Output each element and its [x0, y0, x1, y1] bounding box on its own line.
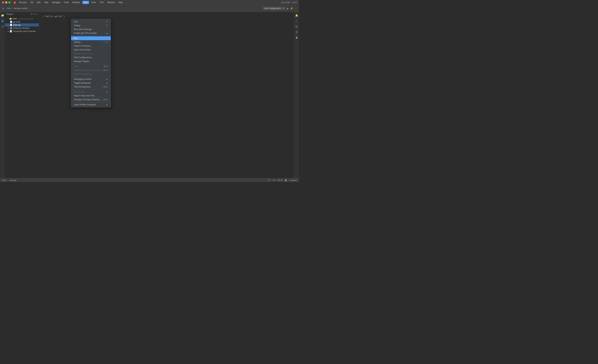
- status-line-ending[interactable]: LF: [273, 179, 275, 181]
- scratches-arrow: ▶: [8, 30, 9, 32]
- structure-icon[interactable]: ⚙: [0, 24, 5, 29]
- tree-item-external-libs[interactable]: ▶ 📚 External Libraries: [5, 26, 39, 30]
- menu-item-manage-targets[interactable]: Manage Targets...: [71, 59, 111, 63]
- menu-item-view-breakpoints[interactable]: View Breakpoints... ⇧⌘F8: [71, 85, 111, 89]
- test-history-submenu-arrow: ▶: [107, 91, 108, 93]
- coverage-button[interactable]: ⚡: [290, 7, 293, 10]
- notifications-icon[interactable]: 🔔: [295, 13, 299, 17]
- menu-item-debug-saved-trace-label: Debug Saved Trace...: [74, 52, 94, 55]
- more-actions-button[interactable]: ⋮: [294, 7, 297, 10]
- menu-item-edit-configurations-label: Edit Configurations...: [74, 56, 93, 59]
- menu-item-view-breakpoints-label: View Breakpoints...: [74, 86, 92, 88]
- menu-tools[interactable]: Tools: [90, 1, 97, 4]
- check-icon[interactable]: ✓: [295, 19, 299, 23]
- menu-item-stop-bg-label: Stop Background Processes...: [74, 69, 102, 72]
- menu-item-open-core-dump-label: Open Core Dump...: [74, 49, 92, 51]
- run-config-selector[interactable]: Add Configuration... ▾: [263, 7, 286, 10]
- maingo-icon: 📄: [10, 24, 12, 26]
- tree-item-maingo[interactable]: 📄 main.go: [5, 24, 39, 26]
- maximize-button[interactable]: [8, 1, 10, 3]
- sidebar-add-icon[interactable]: ⊕: [31, 13, 33, 15]
- menu-item-run-ellipsis-label: Run...: [74, 37, 80, 40]
- database-icon[interactable]: 🗄: [295, 30, 299, 34]
- close-button[interactable]: [2, 1, 4, 3]
- menu-item-run-left: Run: [74, 20, 78, 23]
- menu-vcs[interactable]: VCS: [98, 1, 105, 4]
- status-indent[interactable]: 4 spaces: [289, 179, 297, 181]
- menu-file[interactable]: File: [29, 1, 35, 4]
- menu-item-profile-cpu[interactable]: Profile with 'CPU Profiler' ▶: [71, 31, 111, 35]
- menu-item-edit-configurations[interactable]: Edit Configurations...: [71, 56, 111, 59]
- menu-item-open-core-dump[interactable]: Open Core Dump...: [71, 48, 111, 52]
- title-bar-right: 12月1日周一 10:33: [281, 1, 297, 4]
- run-button[interactable]: ▶: [287, 7, 289, 10]
- menu-item-manage-coverage[interactable]: Manage Coverage Reports... ⌥⌘F6: [71, 98, 111, 101]
- menu-separator-4: [71, 89, 111, 89]
- vc-dropdown-icon: ▾: [28, 7, 29, 9]
- status-position[interactable]: 8:1: [268, 179, 271, 181]
- menu-item-debugging-actions-label: Debugging Actions: [74, 78, 91, 80]
- tree-root[interactable]: ▾ 📁 hello ~/Workspace/hello: [5, 17, 39, 20]
- app-wrapper: 🍎 GoLand File Edit View Navigate Code Re…: [0, 0, 299, 182]
- scratches-label: Scratches and Consoles: [13, 30, 36, 32]
- menu-item-toggle-breakpoint[interactable]: Toggle Breakpoint ▶: [71, 81, 111, 85]
- sidebar-close-icon[interactable]: ✕: [36, 13, 37, 15]
- api-icon[interactable]: ⚡: [295, 36, 299, 40]
- breadcrumb-separator: ▾: [12, 7, 13, 9]
- plugin-icon[interactable]: 🔌: [295, 24, 299, 29]
- left-icon-strip: 📁 👤 ⚙: [0, 12, 5, 178]
- menu-item-open-profiler[interactable]: Open Profiler Snapshot ▶: [71, 103, 111, 106]
- menu-item-import-tests[interactable]: Import Tests from File...: [71, 94, 111, 98]
- menu-navigate[interactable]: Navigate: [51, 1, 62, 4]
- sidebar-title: Project: [6, 13, 13, 15]
- menu-item-run[interactable]: Run ⌃R: [71, 20, 111, 24]
- commits-icon[interactable]: 👤: [0, 19, 5, 23]
- toolbar-right: Add Configuration... ▾ ▶ ⚡ ⋮: [263, 7, 297, 10]
- ide-toolbar: G hello ▾ Version control ▾ Add Configur…: [0, 5, 299, 12]
- status-bar-left: hello › main.go: [2, 179, 17, 181]
- run-config-label: Add Configuration...: [264, 7, 282, 10]
- menu-edit[interactable]: Edit: [35, 1, 42, 4]
- sidebar-sort-icon[interactable]: ⇅: [33, 13, 35, 15]
- ide-logo: G: [2, 7, 4, 10]
- menu-item-debug[interactable]: Debug ⌃D: [71, 24, 111, 27]
- menu-item-attach-process-label: Attach to Process...: [74, 45, 92, 47]
- menu-item-test-history: Test History ▶: [71, 90, 111, 94]
- status-file: ›: [8, 179, 8, 181]
- right-panel-icons: 🔔 ✓ 🔌 🗄 ⚡: [294, 12, 299, 178]
- menu-item-stop-bg: Stop Background Processes... ⇧⌘F2: [71, 68, 111, 72]
- menu-item-run-ellipsis[interactable]: Run... ⌃⌥R: [71, 36, 111, 40]
- menu-item-run-coverage[interactable]: Run with Coverage: [71, 27, 111, 31]
- ext-libs-label: External Libraries: [13, 27, 29, 29]
- project-tree: ▾ 📁 hello ~/Workspace/hello 📄 go.mod 📄 m…: [5, 16, 39, 178]
- run-config-arrow: ▾: [283, 7, 284, 9]
- menu-help[interactable]: Help: [117, 1, 124, 4]
- menu-item-debugging-actions[interactable]: Debugging Actions ▶: [71, 77, 111, 81]
- menu-window[interactable]: Window: [106, 1, 116, 4]
- content-area: 📁 👤 ⚙ Project ▾ ⊕ ⇅ ✕ ▾ 📁 hello: [0, 12, 299, 178]
- status-lock-icon: 🔒: [285, 179, 287, 181]
- minimize-button[interactable]: [5, 1, 7, 3]
- menu-item-debug-ellipsis[interactable]: Debug... ⌃⌥D: [71, 40, 111, 44]
- dropdown-overlay: Run ⌃R Debug ⌃D: [39, 19, 294, 178]
- profile-cpu-submenu-arrow: ▶: [107, 32, 108, 34]
- status-branch[interactable]: hello: [2, 179, 6, 181]
- status-bar-right: 8:1 LF UTF-8 🔒 4 spaces: [268, 179, 297, 181]
- project-icon[interactable]: 📁: [0, 13, 5, 17]
- tree-item-scratches[interactable]: ▶ 📝 Scratches and Consoles: [5, 30, 39, 33]
- status-encoding[interactable]: UTF-8: [277, 179, 282, 181]
- menu-item-manage-targets-label: Manage Targets...: [74, 60, 91, 63]
- menu-item-stop: Stop ⌘F2: [71, 65, 111, 68]
- menu-view[interactable]: View: [43, 1, 50, 4]
- tree-root-arrow: ▾: [8, 18, 8, 20]
- menu-item-attach-process[interactable]: Attach to Process...: [71, 44, 111, 48]
- menu-run[interactable]: Run: [82, 1, 89, 4]
- menu-code[interactable]: Code: [62, 1, 70, 4]
- menu-item-test-history-label: Test History: [74, 91, 85, 93]
- project-sidebar: Project ▾ ⊕ ⇅ ✕ ▾ 📁 hello ~/Workspace/he…: [5, 12, 39, 178]
- menu-goland[interactable]: GoLand: [18, 1, 28, 4]
- tree-item-gomod[interactable]: 📄 go.mod: [5, 20, 39, 24]
- gomod-label: go.mod: [13, 21, 20, 23]
- maingo-label: main.go: [13, 24, 21, 26]
- menu-refactor[interactable]: Refactor: [71, 1, 82, 4]
